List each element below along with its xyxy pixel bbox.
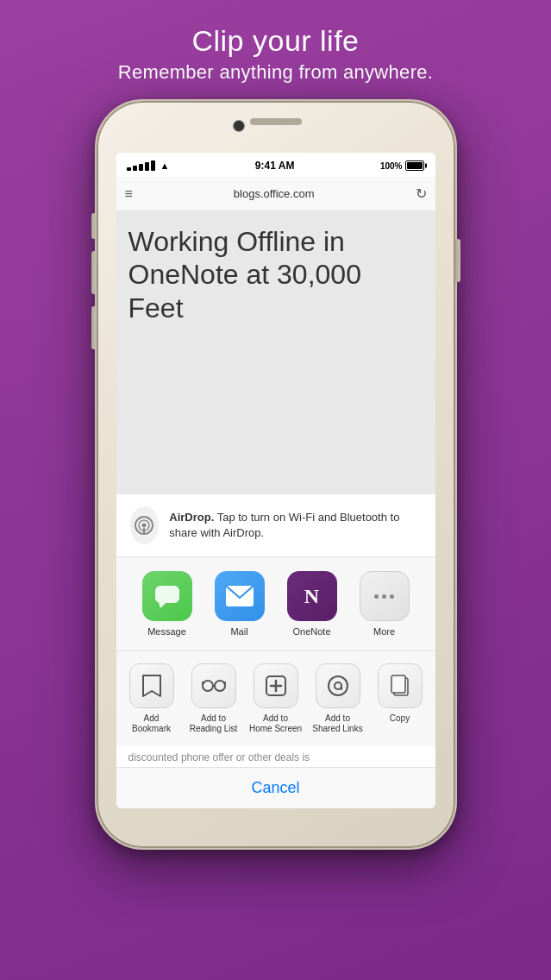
glasses-icon [202, 679, 226, 693]
signal-bars [127, 160, 155, 171]
share-app-more[interactable]: More [354, 571, 416, 637]
action-copy[interactable]: Copy [371, 663, 429, 734]
earpiece-speaker [250, 118, 302, 125]
app-headline: Clip your life Remember anything from an… [118, 24, 433, 84]
copy-icon [378, 663, 423, 708]
airdrop-text: AirDrop. Tap to turn on Wi-Fi and Blueto… [169, 510, 421, 541]
more-dots [374, 594, 394, 599]
share-apps-row: Message Mail N OneNote [116, 557, 435, 651]
status-bar: ▲ 9:41 AM 100% [116, 153, 435, 177]
share-app-onenote[interactable]: N OneNote [281, 571, 343, 637]
svg-point-8 [215, 681, 225, 691]
cancel-button[interactable]: Cancel [251, 779, 299, 797]
signal-bar-4 [145, 162, 149, 171]
svg-marker-5 [159, 603, 166, 608]
phone-top-hardware [97, 101, 455, 153]
copy-label: Copy [390, 713, 410, 724]
refresh-icon[interactable]: ↻ [416, 185, 427, 202]
home-screen-icon [254, 663, 298, 708]
phone-device: ▲ 9:41 AM 100% ≡ blogs.office.com ↻ Work… [95, 99, 457, 850]
phone-screen: ▲ 9:41 AM 100% ≡ blogs.office.com ↻ Work… [116, 153, 435, 808]
battery-icon [405, 160, 424, 171]
front-camera [233, 120, 245, 132]
mail-envelope-icon [225, 585, 254, 607]
article-area: Working Offline in OneNote at 30,000 Fee… [116, 211, 435, 494]
browser-url[interactable]: blogs.office.com [140, 187, 409, 200]
message-app-label: Message [147, 626, 186, 637]
more-dot-2 [382, 594, 386, 599]
svg-rect-19 [391, 675, 405, 693]
svg-point-16 [335, 682, 341, 689]
shared-links-icon [316, 663, 360, 708]
status-left: ▲ [127, 160, 170, 171]
more-dot-3 [390, 594, 394, 599]
action-add-bookmark[interactable]: AddBookmark [122, 663, 181, 734]
more-dot-1 [374, 594, 379, 599]
action-shared-links[interactable]: Add toShared Links [309, 663, 367, 734]
mail-app-label: Mail [230, 626, 247, 637]
signal-bar-5 [151, 160, 155, 171]
add-bookmark-icon [129, 663, 174, 708]
share-app-mail[interactable]: Mail [209, 571, 271, 637]
action-home-screen[interactable]: Add toHome Screen [247, 663, 305, 734]
at-sign-icon [327, 675, 349, 697]
onenote-n-letter: N [304, 585, 319, 608]
signal-bar-3 [139, 164, 143, 171]
volume-buttons [91, 213, 97, 349]
sleep-button [455, 239, 460, 282]
message-app-icon [142, 571, 192, 621]
cancel-bar: Cancel [116, 767, 435, 808]
home-screen-label: Add toHome Screen [249, 713, 302, 734]
power-button [455, 239, 460, 282]
mail-app-icon [215, 571, 265, 621]
nav-menu-icon[interactable]: ≡ [125, 186, 133, 202]
svg-rect-4 [155, 586, 179, 603]
share-app-message[interactable]: Message [136, 571, 198, 637]
page-snippet: discounted phone offer or other deals is [116, 746, 435, 767]
airdrop-row[interactable]: AirDrop. Tap to turn on Wi-Fi and Blueto… [116, 494, 435, 557]
bookmark-icon [141, 674, 162, 698]
battery-shell [405, 160, 424, 171]
svg-point-7 [203, 681, 213, 691]
signal-bar-1 [127, 167, 131, 171]
shared-links-label: Add toShared Links [312, 713, 362, 734]
airdrop-icon [133, 514, 155, 537]
volume-up-button [91, 251, 97, 294]
wifi-icon: ▲ [160, 160, 170, 171]
reading-list-icon [191, 663, 236, 708]
onenote-app-label: OneNote [292, 626, 330, 637]
battery-fill [407, 162, 423, 169]
more-apps-label: More [373, 626, 395, 637]
svg-point-2 [142, 524, 147, 528]
share-sheet: AirDrop. Tap to turn on Wi-Fi and Blueto… [116, 494, 435, 746]
browser-nav-bar: ≡ blogs.office.com ↻ [116, 177, 435, 211]
battery-percent-label: 100% [380, 161, 403, 171]
more-apps-icon [360, 571, 410, 621]
copy-pages-icon [390, 674, 410, 698]
headline-line2: Remember anything from anywhere. [118, 61, 433, 84]
status-right: 100% [380, 160, 425, 171]
article-title: Working Offline in OneNote at 30,000 Fee… [128, 225, 423, 324]
volume-down-button [91, 306, 97, 349]
message-bubble-icon [153, 582, 181, 610]
mute-button [91, 213, 97, 239]
svg-point-15 [329, 676, 348, 695]
signal-bar-2 [133, 166, 137, 171]
airdrop-icon-wrapper [130, 506, 160, 544]
add-to-home-icon [265, 675, 287, 697]
status-time: 9:41 AM [255, 160, 295, 172]
onenote-app-icon: N [287, 571, 337, 621]
add-bookmark-label: AddBookmark [132, 713, 171, 734]
reading-list-label: Add toReading List [190, 713, 238, 734]
share-actions-row: AddBookmark Add toReading List [116, 651, 435, 746]
headline-line1: Clip your life [118, 24, 433, 58]
action-reading-list[interactable]: Add toReading List [185, 663, 243, 734]
airdrop-bold: AirDrop. [169, 511, 214, 524]
